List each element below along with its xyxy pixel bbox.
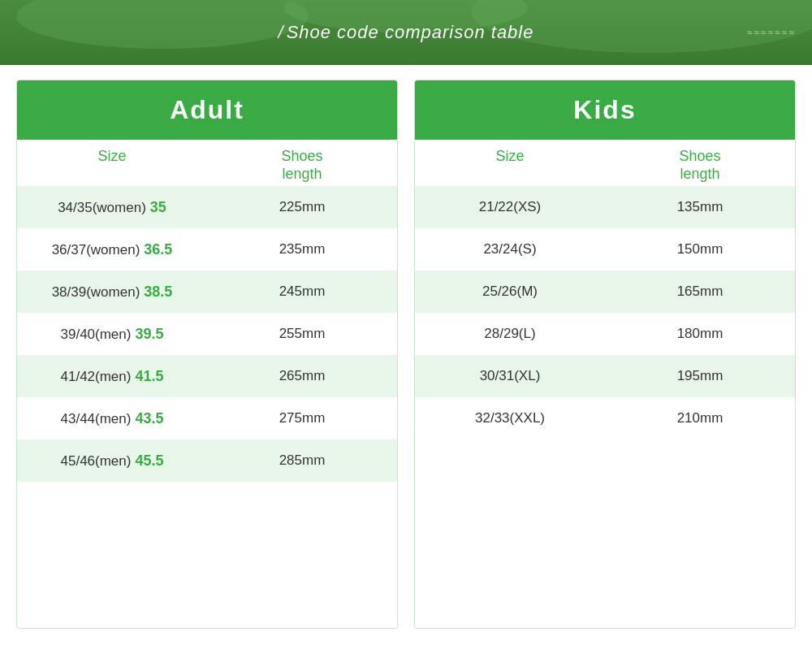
adult-size-cell: 38/39(women) 38.5 xyxy=(17,284,207,301)
kids-size-cell: 30/31(XL) xyxy=(415,368,605,384)
header-decoration: ≈≈≈≈≈≈≈ xyxy=(747,27,796,38)
kids-table-row: 30/31(XL) 195mm xyxy=(415,355,795,397)
kids-col-headers: Size Shoes length xyxy=(415,140,795,186)
adult-length-cell: 265mm xyxy=(207,368,397,384)
adult-length-cell: 285mm xyxy=(207,452,397,469)
adult-size-dark: 39/40(men) xyxy=(61,327,132,342)
adult-col-headers: Size Shoes length xyxy=(17,140,397,186)
kids-size-cell: 23/24(S) xyxy=(415,241,605,258)
kids-table-row: 28/29(L) 180mm xyxy=(415,313,795,355)
kids-col-length: Shoes length xyxy=(605,148,795,183)
adult-length-cell: 245mm xyxy=(207,284,397,300)
adult-panel-header: Adult xyxy=(17,80,397,140)
adult-size-green: 38.5 xyxy=(140,284,172,300)
kids-length-cell: 150mm xyxy=(605,241,795,258)
kids-col-size: Size xyxy=(415,148,605,183)
adult-size-cell: 39/40(men) 39.5 xyxy=(17,326,207,343)
kids-panel: Kids Size Shoes length 21/22(XS) 135mm 2… xyxy=(414,80,796,629)
kids-size-cell: 28/29(L) xyxy=(415,326,605,342)
adult-size-green: 45.5 xyxy=(131,452,163,469)
kids-length-cell: 210mm xyxy=(605,410,795,426)
adult-length-cell: 225mm xyxy=(207,199,397,215)
adult-table-row: 39/40(men) 39.5 255mm xyxy=(17,313,397,355)
adult-table-row: 34/35(women) 35 225mm xyxy=(17,186,397,228)
adult-size-green: 36.5 xyxy=(140,241,172,258)
adult-size-cell: 34/35(women) 35 xyxy=(17,199,207,216)
adult-table-row: 38/39(women) 38.5 245mm xyxy=(17,271,397,313)
adult-size-cell: 41/42(men) 41.5 xyxy=(17,368,207,385)
header-slash: / xyxy=(279,22,283,43)
adult-size-dark: 41/42(men) xyxy=(61,369,132,384)
adult-col-size: Size xyxy=(17,148,207,183)
kids-length-cell: 135mm xyxy=(605,199,795,215)
adult-table-row: 45/46(men) 45.5 285mm xyxy=(17,439,397,482)
kids-length-cell: 165mm xyxy=(605,284,795,300)
table-section: Adult Size Shoes length 34/35(women) 35 … xyxy=(0,80,812,645)
kids-length-cell: 180mm xyxy=(605,326,795,342)
kids-size-cell: 32/33(XXL) xyxy=(415,410,605,426)
kids-table-row: 32/33(XXL) 210mm xyxy=(415,397,795,439)
adult-table-row: 36/37(women) 36.5 235mm xyxy=(17,228,397,271)
adult-length-cell: 235mm xyxy=(207,241,397,258)
adult-length-cell: 255mm xyxy=(207,326,397,342)
kids-length-cell: 195mm xyxy=(605,368,795,384)
header-banner: / Shoe code comparison table ≈≈≈≈≈≈≈ xyxy=(0,0,812,65)
adult-size-dark: 38/39(women) xyxy=(52,284,140,300)
adult-size-green: 35 xyxy=(146,199,166,215)
adult-size-dark: 43/44(men) xyxy=(61,411,132,426)
adult-size-cell: 45/46(men) 45.5 xyxy=(17,452,207,470)
kids-size-cell: 25/26(M) xyxy=(415,284,605,300)
kids-panel-header: Kids xyxy=(415,80,795,140)
adult-table-row: 43/44(men) 43.5 275mm xyxy=(17,397,397,439)
adult-size-green: 39.5 xyxy=(131,326,163,342)
adult-size-cell: 36/37(women) 36.5 xyxy=(17,241,207,258)
adult-panel: Adult Size Shoes length 34/35(women) 35 … xyxy=(16,80,398,629)
adult-table-row: 41/42(men) 41.5 265mm xyxy=(17,355,397,397)
adult-label: Adult xyxy=(170,95,244,124)
adult-col-length: Shoes length xyxy=(207,148,397,183)
gap-spacer xyxy=(0,65,812,80)
adult-size-cell: 43/44(men) 43.5 xyxy=(17,410,207,427)
adult-size-dark: 36/37(women) xyxy=(52,242,140,258)
adult-size-green: 43.5 xyxy=(131,410,163,426)
kids-table-row: 25/26(M) 165mm xyxy=(415,271,795,313)
adult-size-dark: 45/46(men) xyxy=(61,453,132,469)
kids-table-rows: 21/22(XS) 135mm 23/24(S) 150mm 25/26(M) … xyxy=(415,186,795,628)
adult-table-rows: 34/35(women) 35 225mm 36/37(women) 36.5 … xyxy=(17,186,397,628)
kids-table-row: 21/22(XS) 135mm xyxy=(415,186,795,228)
adult-size-green: 41.5 xyxy=(131,368,163,384)
adult-size-dark: 34/35(women) xyxy=(58,200,146,215)
kids-label: Kids xyxy=(573,95,636,124)
header-title-wrapper: / Shoe code comparison table xyxy=(279,22,534,43)
adult-length-cell: 275mm xyxy=(207,410,397,426)
kids-size-cell: 21/22(XS) xyxy=(415,199,605,215)
header-title: Shoe code comparison table xyxy=(287,22,534,43)
page-wrapper: / Shoe code comparison table ≈≈≈≈≈≈≈ Adu… xyxy=(0,0,812,645)
kids-table-row: 23/24(S) 150mm xyxy=(415,228,795,271)
